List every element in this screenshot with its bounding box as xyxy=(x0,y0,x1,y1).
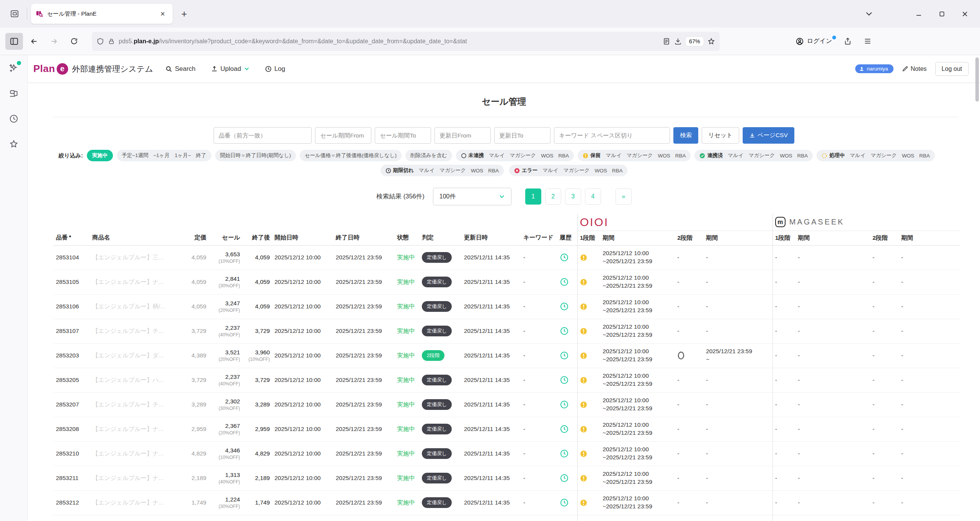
filter-option[interactable]: ~1ヶ月 xyxy=(153,152,170,159)
filter-option[interactable]: 1ヶ月~ xyxy=(175,152,191,159)
page-button-4[interactable]: 4 xyxy=(585,188,601,205)
history-icon[interactable] xyxy=(560,400,575,409)
synced-tabs-icon[interactable] xyxy=(6,86,21,101)
forward-button[interactable] xyxy=(45,33,63,50)
filter-status-label[interactable]: 期限切れ xyxy=(385,167,414,174)
filter-chip[interactable]: 開始日時＝終了日時(期間なし) xyxy=(215,150,296,161)
filter-option[interactable]: RBA xyxy=(919,153,930,159)
share-icon[interactable] xyxy=(839,33,857,50)
filter-option[interactable]: RBA xyxy=(675,153,686,159)
url-text[interactable]: pds5.plan-e.jp/ivs/inventory/sale?produc… xyxy=(119,38,659,45)
history-icon[interactable] xyxy=(560,326,575,336)
page-size-select[interactable]: 100件 xyxy=(433,188,511,205)
filter-option[interactable]: マガシーク xyxy=(871,152,897,159)
history-icon[interactable] xyxy=(560,351,575,360)
ai-chatbot-icon[interactable] xyxy=(6,61,21,76)
sidebar-toggle-icon[interactable] xyxy=(5,33,23,50)
filter-status-label[interactable]: 未連携 xyxy=(461,152,484,159)
page-button-1[interactable]: 1 xyxy=(525,188,541,205)
keyword-input[interactable] xyxy=(554,127,670,144)
filter-option[interactable]: マルイ xyxy=(850,152,866,159)
firefox-view-icon[interactable] xyxy=(5,5,24,22)
filter-chip[interactable]: 削除済みを含む xyxy=(405,150,452,161)
filter-option[interactable]: RBA xyxy=(797,153,808,159)
filter-option[interactable]: WOS xyxy=(541,153,553,159)
filter-option[interactable]: マルイ xyxy=(489,152,505,159)
page-button-3[interactable]: 3 xyxy=(565,188,581,205)
col-header[interactable]: 品番▲ xyxy=(54,231,90,245)
tab-close-icon[interactable]: ✕ xyxy=(157,8,168,19)
reload-button[interactable] xyxy=(65,33,83,50)
filter-option[interactable]: WOS xyxy=(902,153,914,159)
reset-button[interactable]: リセット xyxy=(702,127,739,144)
window-maximize-button[interactable] xyxy=(930,5,953,23)
history-icon[interactable] xyxy=(560,424,575,434)
sale-period-from-input[interactable] xyxy=(315,127,371,144)
shield-icon[interactable] xyxy=(96,38,104,45)
filter-option[interactable]: マガシーク xyxy=(627,152,653,159)
filter-chip[interactable]: セール価格＝終了後価格(価格戻しなし) xyxy=(300,150,402,161)
filter-option[interactable]: マルイ xyxy=(542,167,558,174)
page-button-2[interactable]: 2 xyxy=(545,188,561,205)
filter-option[interactable]: 予定~1週間 xyxy=(122,152,148,159)
filter-status-label[interactable]: 保留 xyxy=(583,152,601,159)
new-tab-button[interactable]: + xyxy=(176,6,192,21)
search-button[interactable]: 検索 xyxy=(673,127,698,144)
filter-option[interactable]: RBA xyxy=(558,153,569,159)
bookmarks-sidebar-icon[interactable] xyxy=(6,136,21,152)
filter-option[interactable]: マガシーク xyxy=(510,152,536,159)
page-csv-button[interactable]: ページCSV xyxy=(743,127,794,144)
filter-status-label[interactable]: エラー xyxy=(514,167,537,174)
user-badge[interactable]: narumiya xyxy=(855,64,893,73)
history-sidebar-icon[interactable] xyxy=(6,111,21,126)
filter-option[interactable]: WOS xyxy=(780,153,792,159)
menu-hamburger-icon[interactable] xyxy=(859,33,877,50)
browser-login-button[interactable]: ログイン xyxy=(791,35,837,48)
update-date-to-input[interactable] xyxy=(494,127,550,144)
filter-status-label[interactable]: 処理中 xyxy=(822,152,845,159)
window-close-button[interactable] xyxy=(953,5,976,23)
filter-option[interactable]: WOS xyxy=(658,153,670,159)
filter-option[interactable]: WOS xyxy=(595,168,607,174)
filter-option[interactable]: マルイ xyxy=(606,152,621,159)
update-date-from-input[interactable] xyxy=(434,127,491,144)
logout-button[interactable]: Log out xyxy=(935,62,969,76)
notes-button[interactable]: Notes xyxy=(902,66,927,72)
tab-list-chevron-icon[interactable] xyxy=(858,5,880,23)
nav-search[interactable]: Search xyxy=(165,65,196,73)
sale-period-to-input[interactable] xyxy=(375,127,431,144)
filter-option[interactable]: RBA xyxy=(488,168,499,174)
history-icon[interactable] xyxy=(560,473,575,483)
plane-logo[interactable]: Plan e 外部連携管理システム xyxy=(33,63,153,75)
history-icon[interactable] xyxy=(560,302,575,311)
filter-option[interactable]: マルイ xyxy=(419,167,434,174)
browser-tab[interactable]: セール管理 - PlanE ✕ xyxy=(31,4,173,24)
filter-option[interactable]: WOS xyxy=(471,168,483,174)
bookmark-star-icon[interactable] xyxy=(707,38,715,45)
lock-icon[interactable] xyxy=(108,38,115,45)
history-icon[interactable] xyxy=(560,253,575,262)
filter-option[interactable]: RBA xyxy=(612,168,623,174)
nav-log[interactable]: Log xyxy=(265,65,285,73)
page-scrollbar[interactable] xyxy=(975,57,979,102)
history-icon[interactable] xyxy=(560,375,575,385)
filter-option[interactable]: 終了 xyxy=(196,152,206,159)
nav-upload[interactable]: Upload xyxy=(211,65,250,73)
window-minimize-button[interactable] xyxy=(907,5,930,23)
filter-option[interactable]: マガシーク xyxy=(439,167,466,174)
history-icon[interactable] xyxy=(560,498,575,507)
url-bar[interactable]: pds5.plan-e.jp/ivs/inventory/sale?produc… xyxy=(92,32,720,51)
filter-option[interactable]: マルイ xyxy=(728,152,743,159)
filter-chip-active[interactable]: 実施中 xyxy=(87,150,113,161)
filter-option[interactable]: マガシーク xyxy=(564,167,590,174)
product-code-input[interactable] xyxy=(214,127,312,144)
reader-mode-icon[interactable] xyxy=(663,38,670,45)
filter-status-label[interactable]: 連携済 xyxy=(699,152,723,159)
page-next-button[interactable]: » xyxy=(616,188,632,205)
zoom-level-badge[interactable]: 67% xyxy=(686,37,704,46)
history-icon[interactable] xyxy=(560,277,575,287)
history-icon[interactable] xyxy=(560,449,575,458)
filter-option[interactable]: マガシーク xyxy=(748,152,775,159)
download-icon[interactable] xyxy=(674,38,682,45)
back-button[interactable] xyxy=(25,33,43,50)
